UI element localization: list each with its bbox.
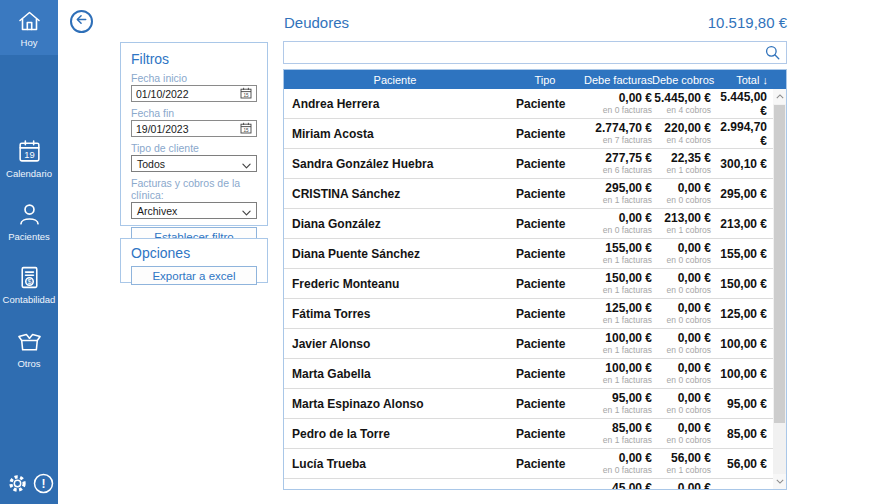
debe-facturas-sublabel: en 6 facturas [603, 165, 652, 175]
table-row[interactable]: Marta Gabella Paciente 100,00 € en 1 fac… [284, 359, 775, 389]
table-row[interactable]: Pedro de la Torre Paciente 85,00 € en 1 … [284, 419, 775, 449]
back-button[interactable] [70, 10, 93, 33]
patient-name: Diana Puente Sánchez [284, 247, 506, 261]
debe-facturas-sublabel: en 1 facturas [603, 345, 652, 355]
table-row[interactable]: Sandra González Huebra Paciente 277,75 €… [284, 149, 775, 179]
sidebar-item-pacientes[interactable]: Pacientes [0, 201, 58, 242]
column-header-debe-facturas[interactable]: Debe facturas [584, 74, 652, 86]
debe-cobros-amount: 5.445,00 € [654, 92, 711, 105]
fecha-inicio-input[interactable] [136, 88, 240, 100]
debe-facturas-amount: 0,00 € [619, 452, 652, 465]
debe-facturas-sublabel: en 1 facturas [603, 195, 652, 205]
tipo-cliente-select[interactable]: Todos [131, 155, 257, 172]
datepicker-icon[interactable]: 15 [240, 85, 252, 103]
debe-cobros-amount: 220,00 € [664, 122, 711, 135]
scrollbar-thumb[interactable] [774, 105, 785, 423]
debe-cobros-amount: 0,00 € [678, 332, 711, 345]
patient-name: Marta Espinazo Alonso [284, 397, 506, 411]
debe-cobros-cell: 0,00 € en 0 cobros [652, 482, 711, 489]
patient-type: Paciente [506, 97, 584, 111]
svg-text:!: ! [42, 477, 46, 491]
total-amount-cell: 100,00 € [711, 337, 775, 351]
debe-cobros-amount: 213,00 € [664, 212, 711, 225]
debe-facturas-amount: 277,75 € [605, 152, 652, 165]
page-title: Deudores [284, 14, 349, 31]
total-amount-cell: 213,00 € [711, 217, 775, 231]
total-amount-cell: 100,00 € [711, 367, 775, 381]
debe-facturas-cell: 100,00 € en 1 facturas [584, 332, 652, 355]
debe-facturas-cell: 125,00 € en 1 facturas [584, 302, 652, 325]
search-input[interactable] [284, 42, 765, 63]
sidebar-item-calendario[interactable]: 19 Calendario [0, 138, 58, 179]
table-scrollbar[interactable] [773, 89, 786, 489]
chevron-down-icon [242, 202, 251, 220]
table-row[interactable]: Diana González Paciente 0,00 € en 0 fact… [284, 209, 775, 239]
debe-cobros-sublabel: en 4 cobros [667, 135, 711, 145]
total-amount-cell: 300,10 € [711, 157, 775, 171]
table-row[interactable]: Diana Puente Sánchez Paciente 155,00 € e… [284, 239, 775, 269]
debe-cobros-sublabel: en 1 cobros [667, 165, 711, 175]
gear-icon[interactable] [7, 473, 28, 498]
total-amount-cell: 2.994,70 € [711, 120, 775, 148]
patient-type: Paciente [506, 397, 584, 411]
table-row[interactable]: Lucía Trueba Paciente 0,00 € en 0 factur… [284, 449, 775, 479]
table-row[interactable]: Javier Alonso Paciente 100,00 € en 1 fac… [284, 329, 775, 359]
debe-facturas-amount: 125,00 € [605, 302, 652, 315]
debe-facturas-cell: 95,00 € en 1 facturas [584, 392, 652, 415]
debe-cobros-sublabel: en 4 cobros [667, 105, 711, 115]
debe-facturas-cell: 295,00 € en 1 facturas [584, 182, 652, 205]
column-header-total[interactable]: Total ↓ [711, 74, 773, 86]
debe-cobros-sublabel: en 0 cobros [667, 315, 711, 325]
exportar-excel-button[interactable]: Exportar a excel [131, 266, 257, 285]
debe-cobros-amount: 22,35 € [671, 152, 711, 165]
filters-panel: Filtros Fecha inicio 15 Fecha fin [120, 42, 268, 226]
table-row[interactable]: Andrea Herrera Paciente 0,00 € en 0 fact… [284, 89, 775, 119]
debe-cobros-cell: 56,00 € en 1 cobros [652, 452, 711, 475]
clinica-select[interactable]: Archivex [131, 202, 257, 219]
search-icon[interactable] [765, 45, 780, 60]
fecha-fin-field[interactable]: 15 [131, 120, 257, 137]
table-row[interactable]: Miriam Acosta Paciente 2.774,70 € en 7 f… [284, 119, 775, 149]
column-header-debe-cobros[interactable]: Debe cobros [652, 74, 711, 86]
fecha-fin-input[interactable] [136, 123, 240, 135]
sidebar-item-contabilidad[interactable]: $ Contabilidad [0, 264, 58, 305]
app-window: Hoy 19 Calendario Paciente [0, 0, 896, 504]
debe-cobros-cell: 22,35 € en 1 cobros [652, 152, 711, 175]
column-header-paciente[interactable]: Paciente [284, 74, 506, 86]
column-header-tipo[interactable]: Tipo [506, 74, 584, 86]
scroll-up-icon[interactable] [773, 89, 786, 104]
sidebar-item-label: Otros [17, 358, 40, 369]
patient-type: Paciente [506, 337, 584, 351]
table-row[interactable]: CRISTINA Sánchez Paciente 295,00 € en 1 … [284, 179, 775, 209]
debe-cobros-sublabel: en 0 cobros [667, 435, 711, 445]
table-body-rows: Andrea Herrera Paciente 0,00 € en 0 fact… [284, 89, 775, 489]
table-row[interactable]: Frederic Monteanu Paciente 150,00 € en 1… [284, 269, 775, 299]
table-row[interactable]: Fátima Torres Paciente 125,00 € en 1 fac… [284, 299, 775, 329]
sidebar-item-otros[interactable]: Otros [0, 328, 58, 369]
back-arrow-icon [74, 12, 89, 31]
total-amount-cell: 5.445,00 € [711, 90, 775, 118]
fecha-inicio-field[interactable]: 15 [131, 85, 257, 102]
total-amount-cell: 45,00 € [711, 487, 775, 490]
debe-cobros-sublabel: en 1 cobros [667, 465, 711, 475]
debe-facturas-cell: 45,00 € en 1 facturas [584, 482, 652, 489]
sidebar-item-label: Hoy [21, 37, 38, 48]
svg-text:15: 15 [243, 127, 249, 132]
datepicker-icon[interactable]: 15 [240, 120, 252, 138]
scroll-down-icon[interactable] [773, 474, 786, 489]
total-amount-cell: 295,00 € [711, 187, 775, 201]
open-box-icon [16, 328, 43, 355]
sort-desc-icon: ↓ [763, 74, 769, 86]
debe-facturas-sublabel: en 0 facturas [603, 105, 652, 115]
patient-name: Andrea Herrera [284, 97, 506, 111]
debe-cobros-cell: 0,00 € en 0 cobros [652, 272, 711, 295]
options-panel: Opciones Exportar a excel [120, 238, 268, 283]
debe-facturas-amount: 45,00 € [612, 482, 652, 489]
debe-cobros-amount: 0,00 € [678, 302, 711, 315]
sidebar-item-hoy[interactable]: Hoy [0, 0, 58, 55]
patient-type: Paciente [506, 487, 584, 490]
alert-icon[interactable]: ! [33, 473, 54, 498]
table-row[interactable]: Antonio Lorenzo Paciente 45,00 € en 1 fa… [284, 479, 775, 489]
search-box[interactable] [283, 41, 787, 64]
table-row[interactable]: Marta Espinazo Alonso Paciente 95,00 € e… [284, 389, 775, 419]
